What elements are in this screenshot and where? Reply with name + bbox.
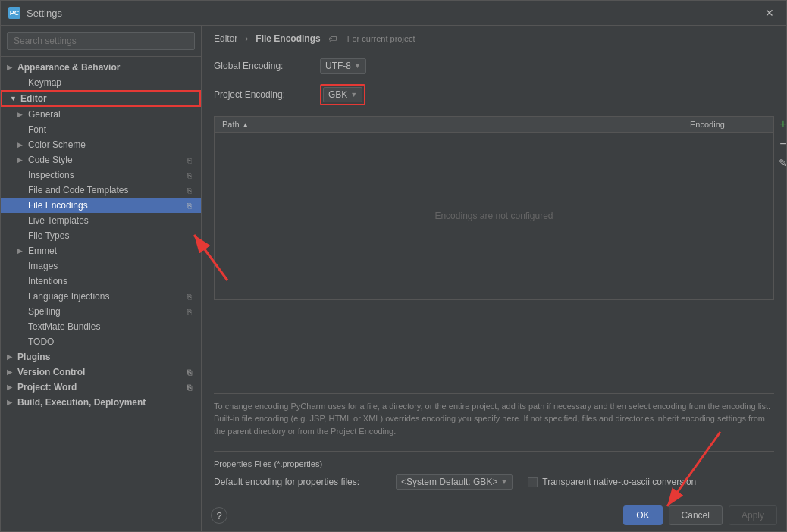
sidebar-item-intentions[interactable]: ▶ Intentions (1, 274, 201, 289)
settings-icon-fe: ⎘ (184, 200, 195, 211)
settings-icon-li: ⎘ (184, 291, 195, 302)
expand-arrow-build: ▶ (7, 399, 14, 406)
default-encoding-value: <System Default: GBK> (401, 477, 497, 487)
ok-button[interactable]: OK (623, 505, 662, 525)
window-title: Settings (27, 8, 62, 19)
table-header: Path ▲ Encoding (215, 117, 773, 133)
app-icon: PC (8, 7, 20, 19)
settings-icon-inspections: ⎘ (184, 170, 195, 180)
close-button[interactable]: ✕ (760, 5, 779, 20)
expand-arrow-color-scheme: ▶ (17, 141, 25, 149)
sidebar-item-file-code-templates[interactable]: ▶ File and Code Templates ⎘ (1, 183, 201, 198)
help-button[interactable]: ? (211, 507, 227, 524)
project-encoding-value: GBK (328, 89, 347, 100)
sidebar-item-spelling[interactable]: ▶ Spelling ⎘ (1, 304, 201, 319)
sidebar-item-textmate-bundles[interactable]: ▶ TextMate Bundles (1, 319, 201, 334)
sidebar-item-general[interactable]: ▶ General (1, 107, 201, 122)
main-settings-content: Global Encoding: UTF-8 ▼ Project Encodin… (202, 49, 786, 499)
encoding-column-header: Encoding (682, 117, 773, 132)
expand-arrow-vc: ▶ (7, 368, 14, 376)
sidebar-item-language-injections[interactable]: ▶ Language Injections ⎘ (1, 289, 201, 304)
main-panel: Editor › File Encodings 🏷 For current pr… (202, 26, 786, 531)
expand-arrow-plugins: ▶ (7, 353, 14, 361)
encoding-info-text: To change encoding PyCharm uses for a fi… (214, 393, 774, 444)
sidebar-item-project-word[interactable]: ▶ Project: Word ⎘ (1, 380, 201, 395)
sidebar-item-code-style[interactable]: ▶ Code Style ⎘ (1, 152, 201, 167)
expand-arrow-general: ▶ (17, 111, 25, 118)
default-encoding-row: Default encoding for properties files: <… (214, 474, 774, 490)
default-encoding-label: Default encoding for properties files: (214, 477, 388, 487)
settings-window: PC Settings ✕ ▶ Appearance & Behavior ▶ … (0, 0, 787, 532)
global-encoding-dropdown[interactable]: UTF-8 ▼ (320, 58, 366, 74)
sidebar-item-todo[interactable]: ▶ TODO (1, 334, 201, 349)
sidebar-item-color-scheme[interactable]: ▶ Color Scheme (1, 137, 201, 152)
chevron-down-icon-2: ▼ (350, 91, 357, 99)
sidebar-item-inspections[interactable]: ▶ Inspections ⎘ (1, 167, 201, 183)
remove-encoding-button[interactable]: − (777, 136, 786, 152)
add-encoding-button[interactable]: + (777, 116, 786, 133)
transparent-checkbox-row: Transparent native-to-ascii conversion (528, 477, 696, 487)
expand-arrow-editor: ▼ (10, 95, 17, 102)
sort-asc-icon: ▲ (243, 121, 249, 128)
sidebar-item-editor[interactable]: ▼ Editor (1, 90, 201, 107)
breadcrumb-parent: Editor (214, 33, 237, 44)
expand-arrow-project: ▶ (7, 383, 14, 391)
settings-icon-fct: ⎘ (184, 185, 195, 196)
breadcrumb-current: File Encodings (256, 33, 320, 44)
encodings-table-container: Path ▲ Encoding Encodings are not config… (214, 116, 774, 386)
sidebar-item-live-templates[interactable]: ▶ Live Templates (1, 213, 201, 228)
breadcrumb-separator: › (245, 33, 248, 44)
sidebar-tree: ▶ Appearance & Behavior ▶ Keymap ▼ Edito… (1, 57, 201, 531)
edit-encoding-button[interactable]: ✎ (777, 155, 786, 171)
search-box (1, 26, 201, 57)
settings-icon-spelling: ⎘ (184, 306, 195, 317)
transparent-checkbox[interactable] (528, 477, 538, 487)
for-project-label: For current project (347, 34, 415, 43)
breadcrumb-header: Editor › File Encodings 🏷 For current pr… (202, 26, 786, 49)
sidebar-item-font[interactable]: ▶ Font (1, 122, 201, 137)
transparent-label: Transparent native-to-ascii conversion (542, 477, 696, 487)
project-encoding-label: Project Encoding: (214, 89, 312, 100)
chevron-down-icon-3: ▼ (500, 478, 507, 486)
title-bar: PC Settings ✕ (1, 1, 786, 26)
bottom-bar: ? OK Cancel Apply (202, 499, 786, 531)
apply-button[interactable]: Apply (729, 505, 777, 525)
settings-icon-project: ⎘ (184, 382, 195, 393)
path-column-header: Path ▲ (215, 117, 682, 132)
global-encoding-label: Global Encoding: (214, 61, 312, 71)
sidebar-item-appearance[interactable]: ▶ Appearance & Behavior (1, 60, 201, 75)
global-encoding-value: UTF-8 (325, 61, 351, 71)
sidebar-item-file-encodings[interactable]: ▶ File Encodings ⎘ (1, 198, 201, 213)
project-encoding-highlight: GBK ▼ (320, 84, 365, 105)
properties-title: Properties Files (*.properties) (214, 459, 774, 468)
sidebar: ▶ Appearance & Behavior ▶ Keymap ▼ Edito… (1, 26, 202, 531)
expand-arrow-code-style: ▶ (17, 156, 25, 164)
sidebar-item-emmet[interactable]: ▶ Emmet (1, 243, 201, 258)
sidebar-item-images[interactable]: ▶ Images (1, 258, 201, 274)
global-encoding-row: Global Encoding: UTF-8 ▼ (214, 58, 774, 74)
copy-icon: ⎘ (184, 155, 195, 165)
sidebar-item-plugins[interactable]: ▶ Plugins (1, 349, 201, 365)
expand-arrow-appearance: ▶ (7, 64, 14, 71)
table-empty-message: Encodings are not configured (215, 133, 773, 299)
table-action-buttons: + − ✎ (777, 116, 786, 171)
sidebar-item-keymap[interactable]: ▶ Keymap (1, 75, 201, 90)
encodings-table: Path ▲ Encoding Encodings are not config… (214, 116, 774, 300)
project-encoding-row: Project Encoding: GBK ▼ (214, 84, 774, 105)
chevron-down-icon: ▼ (354, 62, 361, 70)
settings-icon-vc: ⎘ (184, 367, 195, 377)
action-buttons: OK Cancel Apply (623, 505, 777, 525)
expand-arrow-emmet: ▶ (17, 247, 25, 255)
default-encoding-dropdown[interactable]: <System Default: GBK> ▼ (396, 474, 513, 490)
properties-section: Properties Files (*.properties) Default … (214, 451, 774, 490)
main-content-area: ▶ Appearance & Behavior ▶ Keymap ▼ Edito… (1, 26, 786, 531)
search-input[interactable] (7, 32, 195, 50)
cancel-button[interactable]: Cancel (669, 505, 723, 525)
project-tag-icon: 🏷 (328, 34, 337, 43)
sidebar-item-version-control[interactable]: ▶ Version Control ⎘ (1, 365, 201, 380)
sidebar-item-file-types[interactable]: ▶ File Types (1, 228, 201, 243)
sidebar-item-build[interactable]: ▶ Build, Execution, Deployment (1, 395, 201, 410)
project-encoding-dropdown[interactable]: GBK ▼ (323, 87, 362, 102)
